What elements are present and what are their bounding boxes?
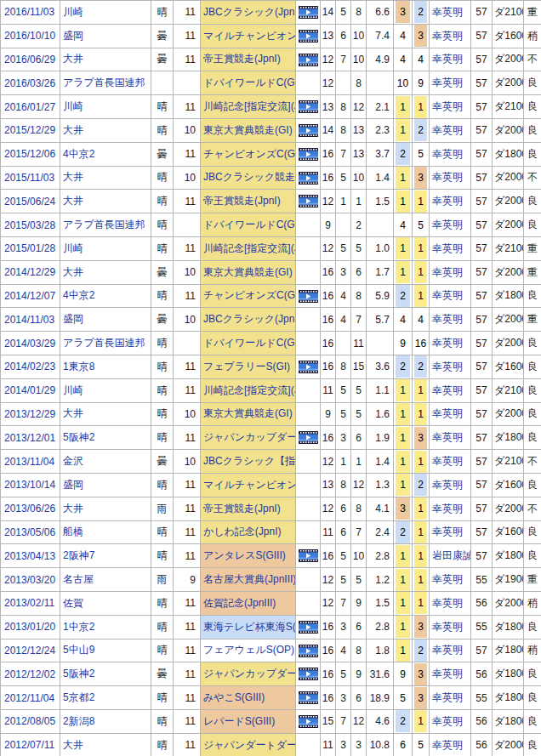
jockey-link[interactable]: 幸英明 — [432, 407, 463, 419]
race-date-link[interactable]: 2014/12/29 — [4, 266, 55, 278]
race-name-link[interactable]: ジャパンダートダービ(JpnI) — [203, 739, 296, 751]
race-video-icon[interactable] — [299, 54, 318, 66]
jockey-link[interactable]: 幸英明 — [432, 6, 463, 18]
jockey-link[interactable]: 幸英明 — [432, 739, 463, 751]
track-link[interactable]: 川崎 — [63, 242, 83, 254]
race-date-link[interactable]: 2014/02/23 — [4, 361, 55, 372]
track-link[interactable]: 5阪神2 — [63, 431, 94, 443]
race-name-link[interactable]: かしわ記念(JpnI) — [203, 526, 282, 537]
race-date-link[interactable]: 2016/03/26 — [4, 77, 55, 89]
track-link[interactable]: 大井 — [63, 171, 83, 183]
race-date-link[interactable]: 2016/10/10 — [4, 30, 55, 42]
track-link[interactable]: 船橋 — [63, 526, 83, 537]
race-video-icon[interactable] — [299, 100, 318, 113]
race-video-icon[interactable] — [299, 290, 318, 303]
track-link[interactable]: アラブ首長国連邦 — [63, 337, 145, 349]
track-link[interactable]: 2阪神7 — [63, 549, 94, 561]
race-date-link[interactable]: 2013/03/20 — [4, 574, 55, 586]
jockey-link[interactable]: 幸英明 — [432, 361, 463, 372]
race-date-link[interactable]: 2014/11/03 — [4, 314, 54, 326]
race-date-link[interactable]: 2015/11/03 — [4, 172, 54, 184]
track-link[interactable]: 大井 — [63, 53, 83, 65]
jockey-link[interactable]: 幸英明 — [432, 526, 463, 537]
race-name-link[interactable]: 東京大賞典競走(GI) — [203, 407, 293, 419]
race-date-link[interactable]: 2016/06/29 — [4, 54, 55, 65]
race-date-link[interactable]: 2013/12/29 — [4, 408, 55, 420]
race-name-link[interactable]: JBCクラシック競走(JpnI) — [203, 171, 296, 183]
track-link[interactable]: 川崎 — [63, 6, 83, 18]
track-link[interactable]: 4中京2 — [63, 148, 94, 160]
race-name-link[interactable]: JBCクラシック【指(JpnI) — [203, 455, 296, 467]
track-link[interactable]: アラブ首長国連邦 — [63, 77, 145, 88]
race-date-link[interactable]: 2015/12/29 — [4, 124, 55, 136]
race-date-link[interactable]: 2014/12/07 — [4, 290, 55, 302]
race-date-link[interactable]: 2013/06/26 — [4, 503, 55, 514]
race-video-icon[interactable] — [299, 691, 318, 704]
track-link[interactable]: 名古屋 — [63, 573, 94, 585]
track-link[interactable]: 1東京8 — [63, 361, 94, 372]
race-name-link[interactable]: 帝王賞競走(JpnI) — [203, 53, 281, 65]
race-date-link[interactable]: 2013/12/01 — [4, 432, 55, 444]
race-video-icon[interactable] — [299, 715, 318, 728]
jockey-link[interactable]: 幸英明 — [432, 337, 463, 349]
race-date-link[interactable]: 2012/11/04 — [4, 692, 54, 704]
race-name-link[interactable]: 川崎記念[指定交流](JpnI) — [203, 242, 296, 254]
race-video-icon[interactable] — [299, 645, 318, 657]
track-link[interactable]: 大井 — [63, 739, 83, 751]
race-video-icon[interactable] — [299, 30, 318, 43]
race-video-icon[interactable] — [299, 621, 318, 634]
race-date-link[interactable]: 2016/11/03 — [4, 6, 54, 18]
track-link[interactable]: 大井 — [63, 266, 83, 278]
track-link[interactable]: 大井 — [63, 503, 83, 514]
jockey-link[interactable]: 幸英明 — [432, 53, 463, 65]
jockey-link[interactable]: 幸英明 — [432, 715, 463, 727]
race-date-link[interactable]: 2014/01/29 — [4, 384, 55, 396]
track-link[interactable]: アラブ首長国連邦 — [63, 219, 145, 230]
race-name-link[interactable]: ドバイワールドC(GI) — [203, 77, 296, 88]
race-video-icon[interactable] — [299, 172, 318, 185]
race-name-link[interactable]: 名古屋大賞典(JpnIII) — [203, 573, 296, 585]
jockey-link[interactable]: 岩田康誠 — [432, 549, 471, 561]
race-name-link[interactable]: ドバイワールドC(GI) — [203, 219, 296, 230]
race-video-icon[interactable] — [299, 195, 318, 207]
race-video-icon[interactable] — [299, 549, 318, 562]
race-video-icon[interactable] — [299, 148, 318, 161]
jockey-link[interactable]: 幸英明 — [432, 479, 463, 491]
jockey-link[interactable]: 幸英明 — [432, 644, 463, 656]
jockey-link[interactable]: 幸英明 — [432, 30, 463, 42]
race-name-link[interactable]: みやこS(GIII) — [203, 691, 265, 703]
race-name-link[interactable]: 川崎記念[指定交流](JpnI) — [203, 384, 296, 396]
track-link[interactable]: 盛岡 — [63, 479, 83, 491]
race-date-link[interactable]: 2013/02/11 — [4, 597, 54, 609]
race-name-link[interactable]: チャンピオンズC(GI) — [203, 148, 296, 160]
track-link[interactable]: 5阪神2 — [63, 668, 94, 679]
race-name-link[interactable]: 東京大賞典競走(GI) — [203, 124, 293, 136]
track-link[interactable]: 2新潟8 — [63, 715, 94, 727]
jockey-link[interactable]: 幸英明 — [432, 148, 463, 160]
jockey-link[interactable]: 幸英明 — [432, 455, 463, 467]
track-link[interactable]: 金沢 — [63, 455, 83, 467]
jockey-link[interactable]: 幸英明 — [432, 266, 463, 278]
jockey-link[interactable]: 幸英明 — [432, 384, 463, 396]
race-date-link[interactable]: 2015/01/28 — [4, 242, 55, 254]
race-date-link[interactable]: 2016/01/27 — [4, 101, 55, 113]
race-video-icon[interactable] — [299, 6, 318, 19]
race-video-icon[interactable] — [299, 361, 318, 373]
race-name-link[interactable]: フェブラリーS(GI) — [203, 361, 290, 372]
jockey-link[interactable]: 幸英明 — [432, 431, 463, 443]
jockey-link[interactable]: 幸英明 — [432, 573, 463, 585]
jockey-link[interactable]: 幸英明 — [432, 242, 463, 254]
jockey-link[interactable]: 幸英明 — [432, 313, 463, 325]
race-date-link[interactable]: 2012/08/05 — [4, 715, 55, 727]
track-link[interactable]: 大井 — [63, 407, 83, 419]
race-date-link[interactable]: 2012/12/24 — [4, 645, 55, 657]
race-name-link[interactable]: JBCクラシック(JpnI) — [203, 313, 296, 325]
track-link[interactable]: 盛岡 — [63, 313, 83, 325]
race-date-link[interactable]: 2013/01/20 — [4, 621, 55, 633]
race-name-link[interactable]: ジャパンカップダート(GI) — [203, 668, 296, 679]
race-date-link[interactable]: 2013/04/13 — [4, 550, 55, 562]
race-date-link[interactable]: 2012/12/02 — [4, 668, 55, 680]
race-name-link[interactable]: アンタレスS(GIII) — [203, 549, 286, 561]
race-name-link[interactable]: ジャパンカップダート(GI) — [203, 431, 296, 443]
jockey-link[interactable]: 幸英明 — [432, 171, 463, 183]
